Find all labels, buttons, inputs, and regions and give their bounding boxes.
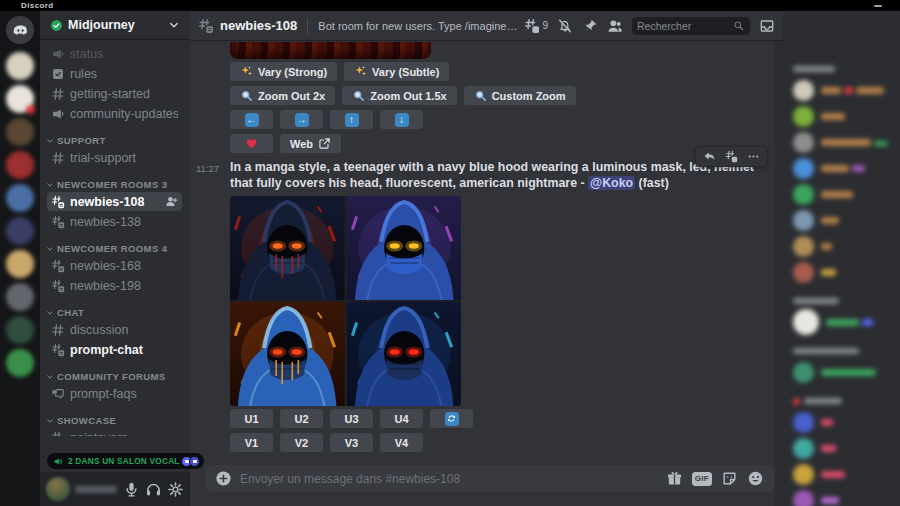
message-input[interactable] [240,472,658,486]
search-box[interactable] [632,17,750,35]
chat-scrollbar[interactable] [775,40,783,506]
reroll-button[interactable] [430,409,473,428]
emoji-icon[interactable] [747,470,764,487]
sticker-icon[interactable] [721,470,738,487]
category-support[interactable]: SUPPORT [46,135,186,146]
variation-v4-button[interactable]: V4 [380,433,423,452]
channel-rules[interactable]: rules [47,64,182,83]
midjourney-image-2[interactable] [347,196,462,300]
channel-getting-started[interactable]: getting-started [47,84,182,103]
channel-newbies-198[interactable]: newbies-198 [47,276,182,295]
pinned-messages-icon[interactable] [582,18,598,34]
heart-button[interactable] [230,134,273,153]
channel-community-updates[interactable]: community-updates [47,104,182,123]
inbox-icon[interactable] [759,18,775,34]
variation-v1-button[interactable]: V1 [230,433,273,452]
arrow-right-button[interactable]: → [280,110,323,129]
member-list[interactable] [783,11,900,506]
zoom-out-2x-button[interactable]: Zoom Out 2x [230,86,335,105]
previous-image-attachment[interactable] [230,42,431,59]
upscale-u1-button[interactable]: U1 [230,409,273,428]
custom-zoom-button[interactable]: Custom Zoom [464,86,576,105]
server-header[interactable]: Midjourney [40,11,190,39]
vary-strong-button[interactable]: Vary (Strong) [230,62,337,81]
deafen-button[interactable] [145,481,162,498]
channel-trial-support[interactable]: trial-support [47,148,182,167]
member-row[interactable] [793,129,892,155]
arrow-left-button[interactable]: ← [230,110,273,129]
message-list[interactable]: Vary (Strong)Vary (Subtle)Zoom Out 2xZoo… [190,40,775,464]
server-icon[interactable] [6,52,34,80]
gift-icon[interactable] [666,470,683,487]
channel-discussion[interactable]: discussion [47,320,182,339]
member-row[interactable] [793,181,892,207]
channel-prompt-faqs[interactable]: prompt-faqs [47,384,182,403]
minimize-button[interactable] [874,5,882,7]
channel-newbies-138[interactable]: newbies-138 [47,212,182,231]
user-avatar[interactable] [46,477,70,501]
server-icon[interactable] [6,217,34,245]
member-row[interactable] [793,359,892,385]
vary-subtle-button[interactable]: Vary (Subtle) [344,62,449,81]
attach-plus-icon[interactable] [215,470,232,487]
upscale-u2-button[interactable]: U2 [280,409,323,428]
create-thread-icon[interactable] [725,150,738,163]
channel-topic[interactable]: Bot room for new users. Type /imagine th… [318,20,518,32]
member-row[interactable] [793,103,892,129]
zoom-out-1-5x-button[interactable]: Zoom Out 1.5x [342,86,456,105]
user-mention[interactable]: @Koko [588,176,635,190]
server-icon[interactable] [6,349,34,377]
member-row[interactable] [793,435,892,461]
member-list-icon[interactable] [607,18,623,34]
upscale-u4-button[interactable]: U4 [380,409,423,428]
image-grid[interactable] [230,196,461,406]
upscale-u3-button[interactable]: U3 [330,409,373,428]
gif-picker-button[interactable]: GIF [692,472,712,486]
category-community-forums[interactable]: COMMUNITY FORUMS [46,371,186,382]
channel-status[interactable]: status [47,44,182,63]
reply-icon[interactable] [703,150,716,163]
message-composer[interactable]: GIF [205,465,774,492]
member-row[interactable] [793,487,892,506]
web-button[interactable]: Web [280,134,341,153]
arrow-up-button[interactable]: ↑ [330,110,373,129]
more-options-icon[interactable] [747,150,760,163]
midjourney-image-3[interactable] [230,302,345,406]
server-icon[interactable] [6,250,34,278]
channel-newbies-108[interactable]: newbies-108 [47,192,182,211]
settings-button[interactable] [167,481,184,498]
voice-status-pill[interactable]: 2 DANS UN SALON VOCAL [47,453,204,469]
discord-home-button[interactable] [6,16,34,44]
member-row[interactable] [793,155,892,181]
invite-members-icon[interactable] [165,195,178,208]
member-row[interactable] [793,259,892,285]
channel-prompt-chat[interactable]: prompt-chat [47,340,182,359]
channel-paintovers[interactable]: paintovers [47,428,182,436]
server-icon[interactable] [6,118,34,146]
member-row[interactable] [793,309,892,335]
notifications-muted-icon[interactable] [557,18,573,34]
category-chat[interactable]: CHAT [46,307,186,318]
server-icon[interactable] [6,283,34,311]
midjourney-image-1[interactable] [230,196,345,300]
member-row[interactable] [793,77,892,103]
member-row[interactable] [793,461,892,487]
member-row[interactable] [793,409,892,435]
server-icon[interactable] [6,151,34,179]
channel-newbies-168[interactable]: newbies-168 [47,256,182,275]
member-row[interactable] [793,233,892,259]
category-newcomer-rooms-4[interactable]: NEWCOMER ROOMS 4 [46,243,186,254]
category-newcomer-rooms-3[interactable]: NEWCOMER ROOMS 3 [46,179,186,190]
mic-button[interactable] [123,481,140,498]
member-row[interactable] [793,207,892,233]
threads-button[interactable]: 9 [524,18,548,34]
midjourney-image-4[interactable] [347,302,462,406]
variation-v2-button[interactable]: V2 [280,433,323,452]
variation-v3-button[interactable]: V3 [330,433,373,452]
server-icon[interactable] [6,85,34,113]
server-icon[interactable] [6,316,34,344]
category-showcase[interactable]: SHOWCASE [46,415,186,426]
arrow-down-button[interactable]: ↓ [380,110,423,129]
search-input[interactable] [637,20,729,32]
server-icon[interactable] [6,184,34,212]
